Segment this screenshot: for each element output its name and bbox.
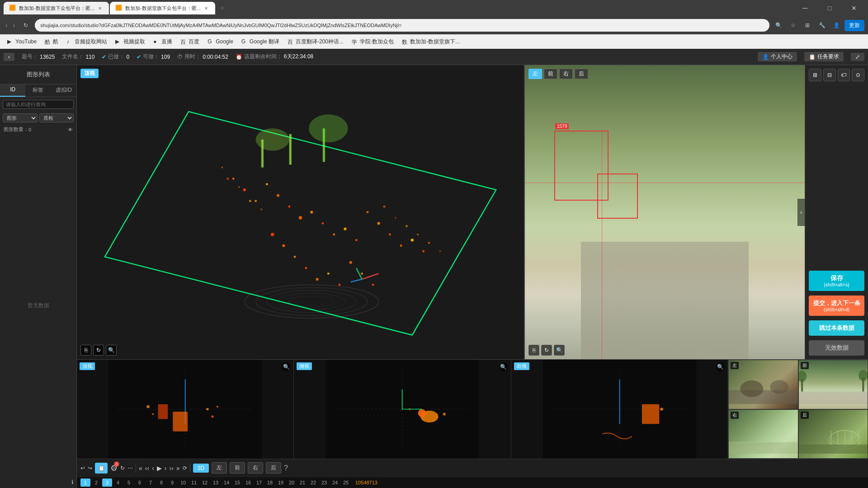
tab1-close[interactable]: ✕ [96,5,104,12]
skip-btn[interactable]: 跳过本条数据 [809,320,864,336]
filter-quality[interactable]: 质检 [39,113,74,122]
sidebar-tab-id[interactable]: ID [0,84,25,97]
refresh-btn[interactable]: ↻ [19,19,32,32]
view-back-btn[interactable]: 后 [266,462,281,474]
cam-ctrl-zoom[interactable]: 🔍 [554,345,565,356]
bottom-side-zoom[interactable]: 🔍 [499,362,508,371]
copy-btn[interactable]: ⎘ [80,345,91,356]
thumb-back[interactable]: 后 [798,409,868,459]
frame-22[interactable]: 22 [308,479,318,487]
tool-btn-2[interactable]: ⚙ 0 [110,463,118,473]
cam-dir-front[interactable]: 前 [544,69,557,79]
no-data-btn[interactable]: 无效数据 [809,340,864,356]
address-bar[interactable]: shujiajia.com/studio/studio?dGFza0lkJTNE… [35,19,769,32]
bookmark-video[interactable]: ▶ 视频提取 [112,37,149,47]
frame-play-btn[interactable]: ▶ [157,465,162,472]
tab2-close[interactable]: ✕ [203,5,210,12]
refresh-view-btn[interactable]: ↻ [93,345,104,356]
rt-btn-1[interactable]: ⊞ [809,69,821,81]
new-tab-button[interactable]: + [216,2,229,14]
frame-13[interactable]: 13 [211,479,221,487]
frame-prev-btn[interactable]: ‹ [152,465,154,472]
bookmark-youtube[interactable]: ▶ YouTube [4,38,40,46]
frame-6[interactable]: 6 [135,479,145,487]
frame-20[interactable]: 20 [287,479,297,487]
browser-tab-1[interactable]: 🟧 数加加-数据堂旗下众包平台：匿... ✕ [4,2,109,14]
cam-dir-back[interactable]: 后 [575,69,588,79]
frame-11[interactable]: 11 [189,479,199,487]
sidebar-tab-label[interactable]: 标签 [25,84,51,97]
bookmark-audio[interactable]: ♪ 音频提取网站 [63,37,111,47]
frame-next-btn[interactable]: › [165,465,167,472]
frame-18[interactable]: 18 [265,479,275,487]
help-btn[interactable]: ? [284,464,288,472]
thumb-left[interactable]: 左 [728,360,798,409]
browser-tab-2[interactable]: 🟧 数加加-数据堂旗下众包平台：匿... ✕ [110,2,215,14]
frame-10[interactable]: 10 [178,479,188,487]
browser-action-star[interactable]: ☆ [787,19,799,32]
redo-btn[interactable]: ↪ [88,465,92,471]
frame-prev-prev-btn[interactable]: ‹‹ [145,465,149,472]
frame-end-btn[interactable]: » [176,465,180,472]
bookmark-school[interactable]: 学 学院·数加众包 [348,37,397,47]
frame-24[interactable]: 24 [330,479,340,487]
frame-next-next-btn[interactable]: ›› [169,465,173,472]
frame-21[interactable]: 21 [297,479,307,487]
cam-dir-left[interactable]: 左 [528,69,542,79]
frame-8[interactable]: 8 [156,479,166,487]
rt-btn-4[interactable]: ⊙ [852,69,864,81]
frame-3[interactable]: 3 [102,479,112,487]
view-front-btn[interactable]: 前 [230,462,245,474]
bookmark-baidu[interactable]: 百 百度 [177,37,203,47]
info-icon[interactable]: ℹ [71,479,74,485]
frame-25[interactable]: 25 [341,479,351,487]
search-input[interactable] [3,100,74,109]
tool-btn-1[interactable]: 📋 [95,463,108,474]
save-btn[interactable]: 保存 (shift+alt+s) [809,271,864,291]
filter-shape[interactable]: 图形 [3,113,38,122]
browser-action-ext3[interactable]: 👤 [830,19,843,32]
bookmark-baidu-translate[interactable]: 百 百度翻译-200种语... [284,37,347,47]
frame-1[interactable]: 1 [80,479,90,487]
frame-17[interactable]: 17 [254,479,264,487]
visibility-icon[interactable]: 👁 [68,127,73,132]
frame-5[interactable]: 5 [124,479,134,487]
browser-action-ext1[interactable]: ⊞ [801,19,814,32]
rt-btn-3[interactable]: 🏷 [838,69,850,81]
frame-19[interactable]: 19 [276,479,286,487]
frame-9[interactable]: 9 [167,479,177,487]
frame-12[interactable]: 12 [200,479,210,487]
account-center-btn[interactable]: 👤 个人中心 [758,52,797,61]
bookmark-ku[interactable]: 酷 酷 [41,37,62,47]
annotation-box-2[interactable] [597,174,638,219]
forward-nav-btn[interactable]: › [11,22,17,29]
undo-btn[interactable]: ↩ [80,465,85,471]
tool-btn-more[interactable]: ⋯ [127,465,133,471]
submit-btn[interactable]: 提交，进入下一条 (shift+alt+d) [809,296,864,316]
bookmark-live[interactable]: ● 直播 [150,37,176,47]
cam-dir-right[interactable]: 右 [559,69,573,79]
view-right-btn[interactable]: 右 [248,462,263,474]
frame-7[interactable]: 7 [146,479,156,487]
sidebar-tab-virtual-id[interactable]: 虚拟ID [51,84,76,97]
rt-btn-2[interactable]: ⊟ [823,69,836,81]
update-button[interactable]: 更新 [844,20,864,31]
frame-start-btn[interactable]: « [139,465,142,472]
bookmark-shujia[interactable]: 数 数加加-数据堂旗下... [398,37,463,47]
browser-action-search[interactable]: 🔍 [772,19,785,32]
frame-2[interactable]: 2 [91,479,101,487]
back-nav-btn[interactable]: ‹ [4,22,9,29]
toolbar-back-btn[interactable]: ‹ [4,53,14,61]
cam-ctrl-1[interactable]: ⎘ [528,345,539,356]
tool-btn-3[interactable]: ↻ [120,465,125,471]
maximize-button[interactable]: □ [819,0,840,16]
frame-14[interactable]: 14 [222,479,231,487]
view-left-btn[interactable]: 左 [212,462,227,474]
task-req-btn[interactable]: 📋 任务要求 [804,52,844,61]
loop-btn[interactable]: ⟳ [183,465,187,471]
right-panel-toggle[interactable]: › [797,199,805,226]
thumb-front[interactable]: 前 [798,360,868,409]
browser-action-ext2[interactable]: 🔧 [816,19,828,32]
close-button[interactable]: ✕ [844,0,864,16]
expand-btn[interactable]: ⤢ [851,53,864,61]
